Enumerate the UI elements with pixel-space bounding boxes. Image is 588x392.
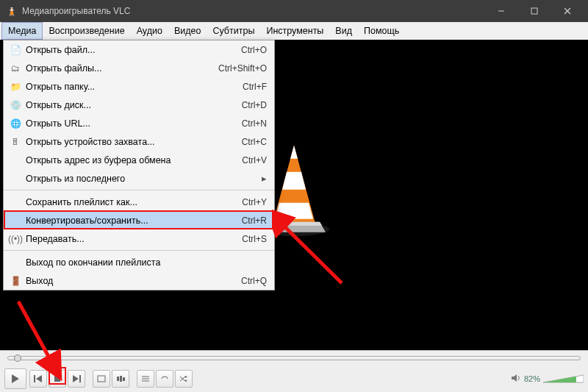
svg-rect-21 — [98, 376, 105, 382]
maximize-button[interactable] — [517, 0, 551, 22]
menu-item-label: Открыть файл... — [23, 45, 241, 55]
menu-item-icon: 🌐 — [8, 118, 23, 129]
menu-item[interactable]: Выход по окончании плейлиста — [4, 253, 274, 271]
titlebar: Медиапроигрыватель VLC — [0, 0, 588, 22]
menu-help[interactable]: Помощь — [358, 22, 405, 40]
menu-item-shortcut: Ctrl+S — [242, 234, 267, 244]
menu-item-label: Открыть устройство захвата... — [23, 137, 242, 147]
menu-item-label: Открыть из последнего — [23, 174, 257, 184]
window-title: Медиапроигрыватель VLC — [22, 6, 484, 16]
menu-audio[interactable]: Аудио — [131, 22, 168, 40]
menu-video[interactable]: Видео — [168, 22, 207, 40]
menu-item[interactable]: Открыть адрес из буфера обменаCtrl+V — [4, 151, 274, 169]
menu-item-shortcut: Ctrl+Shift+O — [218, 63, 267, 74]
shuffle-button[interactable] — [175, 370, 193, 388]
prev-button[interactable] — [29, 370, 47, 388]
menu-item-shortcut: Ctrl+Y — [242, 197, 267, 207]
volume-percent: 82% — [524, 374, 540, 383]
menu-item[interactable]: ((•))Передавать...Ctrl+S — [4, 229, 274, 248]
svg-rect-22 — [117, 377, 119, 381]
svg-marker-19 — [73, 375, 79, 382]
svg-marker-10 — [290, 146, 298, 159]
menubar: Медиа Воспроизведение Аудио Видео Субтит… — [0, 22, 588, 40]
svg-rect-1 — [10, 10, 14, 11]
menu-item-shortcut: Ctrl+Q — [241, 276, 267, 286]
stop-button[interactable] — [49, 370, 66, 388]
menu-subtitles[interactable]: Субтитры — [207, 22, 260, 40]
fullscreen-button[interactable] — [93, 370, 110, 388]
volume-area: 82% — [511, 374, 584, 384]
play-button[interactable] — [4, 368, 26, 389]
menu-item-label: Открыть адрес из буфера обмена — [23, 155, 242, 165]
menu-item-shortcut: Ctrl+O — [241, 45, 267, 55]
menu-item-label: Выход — [23, 276, 241, 286]
menu-item-icon: 📁 — [8, 82, 23, 92]
svg-rect-16 — [34, 375, 35, 382]
menu-item-shortcut: Ctrl+V — [242, 155, 267, 165]
menu-item[interactable]: 🚪ВыходCtrl+Q — [4, 271, 274, 290]
svg-rect-20 — [79, 375, 81, 382]
menu-item-label: Конвертировать/сохранить... — [23, 215, 242, 226]
menu-tools[interactable]: Инструменты — [260, 22, 329, 40]
menu-item-icon: ((•)) — [8, 234, 23, 244]
menu-item[interactable]: Сохранить плейлист как...Ctrl+Y — [4, 193, 274, 211]
menu-item-label: Открыть файлы... — [23, 63, 218, 74]
svg-rect-18 — [54, 376, 60, 382]
svg-marker-17 — [36, 375, 42, 382]
mute-icon[interactable] — [511, 374, 521, 384]
svg-marker-28 — [185, 376, 187, 378]
controls-bar: 82% — [0, 350, 588, 392]
menu-item[interactable]: 🌐Открыть URL...Ctrl+N — [4, 114, 274, 132]
menu-item-shortcut: Ctrl+F — [243, 82, 267, 92]
menu-item-shortcut: Ctrl+R — [242, 215, 267, 226]
svg-rect-5 — [531, 8, 537, 14]
svg-marker-29 — [185, 379, 187, 382]
media-menu-dropdown: 📄Открыть файл...Ctrl+O🗂Открыть файлы...C… — [3, 40, 275, 291]
menu-item-label: Сохранить плейлист как... — [23, 197, 242, 207]
menu-item[interactable]: 🎚Открыть устройство захвата...Ctrl+C — [4, 132, 274, 151]
app-icon — [6, 5, 18, 17]
svg-marker-12 — [275, 203, 313, 219]
menu-view[interactable]: Вид — [329, 22, 358, 40]
menu-media[interactable]: Медиа — [1, 22, 43, 40]
menu-item[interactable]: 🗂Открыть файлы...Ctrl+Shift+O — [4, 59, 274, 77]
volume-slider[interactable] — [543, 374, 584, 383]
menu-item[interactable]: Конвертировать/сохранить...Ctrl+R — [4, 211, 274, 229]
svg-marker-15 — [12, 374, 19, 383]
menu-item-icon: 🗂 — [8, 63, 23, 74]
close-button[interactable] — [551, 0, 584, 22]
menu-playback[interactable]: Воспроизведение — [43, 22, 130, 40]
menu-item-label: Выход по окончании плейлиста — [23, 257, 267, 268]
minimize-button[interactable] — [484, 0, 517, 22]
menu-item[interactable]: Открыть из последнего▸ — [4, 169, 274, 188]
menu-item-label: Передавать... — [23, 234, 242, 244]
menu-item-icon: 📄 — [8, 45, 23, 55]
svg-marker-11 — [282, 172, 306, 190]
ext-settings-button[interactable] — [112, 370, 129, 388]
menu-item-icon: 🚪 — [8, 276, 23, 286]
seek-thumb[interactable] — [14, 354, 21, 362]
menu-item[interactable]: 💿Открыть диск...Ctrl+D — [4, 96, 274, 114]
svg-rect-3 — [9, 15, 15, 16]
menu-item[interactable]: 📄Открыть файл...Ctrl+O — [4, 40, 274, 59]
menu-item-icon: 💿 — [8, 100, 23, 110]
svg-rect-2 — [11, 7, 13, 8]
menu-item-label: Открыть диск... — [23, 100, 242, 110]
svg-rect-24 — [123, 377, 125, 381]
next-button[interactable] — [68, 370, 85, 388]
submenu-arrow-icon: ▸ — [257, 173, 267, 184]
menu-item-shortcut: Ctrl+C — [242, 137, 267, 147]
loop-button[interactable] — [156, 370, 173, 388]
svg-marker-30 — [512, 374, 517, 382]
seek-slider[interactable] — [7, 356, 581, 360]
menu-separator — [4, 250, 274, 251]
seek-area — [0, 351, 588, 366]
menu-item-shortcut: Ctrl+N — [242, 118, 267, 129]
menu-separator — [4, 190, 274, 190]
menu-item-label: Открыть папку... — [23, 82, 243, 92]
menu-item-icon: 🎚 — [8, 137, 23, 147]
playlist-button[interactable] — [137, 370, 154, 388]
menu-item-shortcut: Ctrl+D — [242, 100, 267, 110]
menu-item-label: Открыть URL... — [23, 118, 242, 129]
menu-item[interactable]: 📁Открыть папку...Ctrl+F — [4, 77, 274, 96]
